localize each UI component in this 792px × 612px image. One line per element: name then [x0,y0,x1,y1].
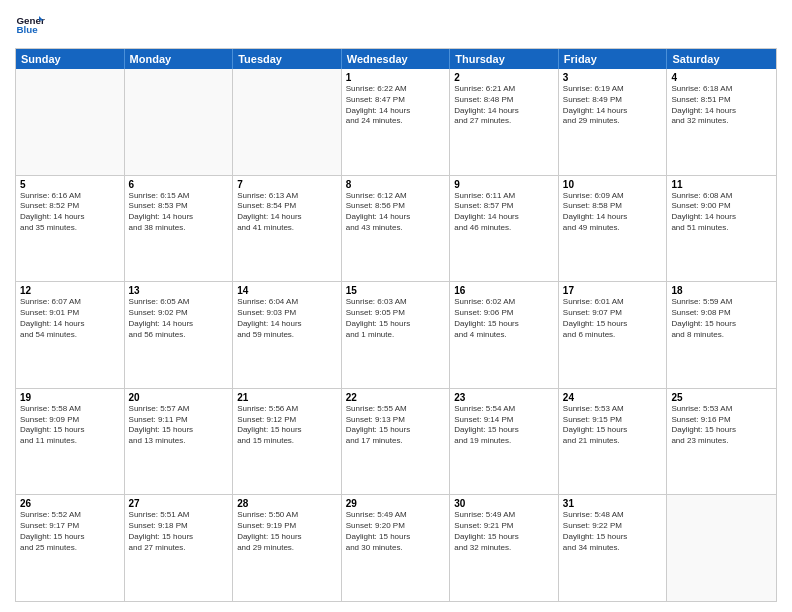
cell-info-line: Sunrise: 5:53 AM [671,404,772,415]
day-cell-12: 12Sunrise: 6:07 AMSunset: 9:01 PMDayligh… [16,282,125,388]
cell-info-line: Sunrise: 6:05 AM [129,297,229,308]
cell-info-line: Sunrise: 6:03 AM [346,297,446,308]
cell-info-line: and 4 minutes. [454,330,554,341]
day-number: 4 [671,72,772,83]
header-day-tuesday: Tuesday [233,49,342,69]
cell-info-line: Daylight: 14 hours [20,212,120,223]
cell-info-line: and 8 minutes. [671,330,772,341]
cell-info-line: Sunset: 8:47 PM [346,95,446,106]
cell-info-line: and 24 minutes. [346,116,446,127]
cell-info-line: Sunrise: 6:16 AM [20,191,120,202]
day-number: 6 [129,179,229,190]
cell-info-line: Daylight: 15 hours [671,319,772,330]
day-number: 18 [671,285,772,296]
day-cell-6: 6Sunrise: 6:15 AMSunset: 8:53 PMDaylight… [125,176,234,282]
day-cell-21: 21Sunrise: 5:56 AMSunset: 9:12 PMDayligh… [233,389,342,495]
day-cell-10: 10Sunrise: 6:09 AMSunset: 8:58 PMDayligh… [559,176,668,282]
cell-info-line: Daylight: 15 hours [129,532,229,543]
cell-info-line: Daylight: 14 hours [346,212,446,223]
day-cell-31: 31Sunrise: 5:48 AMSunset: 9:22 PMDayligh… [559,495,668,601]
cell-info-line: Daylight: 15 hours [20,425,120,436]
day-cell-11: 11Sunrise: 6:08 AMSunset: 9:00 PMDayligh… [667,176,776,282]
cell-info-line: Sunrise: 6:09 AM [563,191,663,202]
cell-info-line: Daylight: 14 hours [129,319,229,330]
cell-info-line: and 59 minutes. [237,330,337,341]
cell-info-line: Sunrise: 5:54 AM [454,404,554,415]
cell-info-line: Sunrise: 5:55 AM [346,404,446,415]
cell-info-line: and 54 minutes. [20,330,120,341]
cell-info-line: and 56 minutes. [129,330,229,341]
cell-info-line: Sunset: 8:51 PM [671,95,772,106]
cell-info-line: Sunset: 8:53 PM [129,201,229,212]
cell-info-line: Daylight: 14 hours [563,212,663,223]
cell-info-line: Sunset: 9:22 PM [563,521,663,532]
day-number: 26 [20,498,120,509]
cell-info-line: Sunrise: 6:21 AM [454,84,554,95]
day-number: 23 [454,392,554,403]
cell-info-line: Sunrise: 6:22 AM [346,84,446,95]
day-number: 7 [237,179,337,190]
cell-info-line: and 13 minutes. [129,436,229,447]
header-day-friday: Friday [559,49,668,69]
cell-info-line: Sunrise: 6:04 AM [237,297,337,308]
day-number: 3 [563,72,663,83]
cell-info-line: Sunset: 9:07 PM [563,308,663,319]
cell-info-line: Daylight: 15 hours [454,319,554,330]
cell-info-line: Sunset: 9:08 PM [671,308,772,319]
day-number: 28 [237,498,337,509]
calendar-week-1: 1Sunrise: 6:22 AMSunset: 8:47 PMDaylight… [16,69,776,175]
cell-info-line: Sunset: 9:05 PM [346,308,446,319]
cell-info-line: Sunrise: 6:08 AM [671,191,772,202]
cell-info-line: Sunrise: 6:19 AM [563,84,663,95]
cell-info-line: Daylight: 14 hours [237,319,337,330]
cell-info-line: Daylight: 14 hours [671,212,772,223]
day-number: 29 [346,498,446,509]
day-cell-19: 19Sunrise: 5:58 AMSunset: 9:09 PMDayligh… [16,389,125,495]
cell-info-line: Daylight: 15 hours [346,532,446,543]
cell-info-line: Sunset: 8:49 PM [563,95,663,106]
cell-info-line: Sunrise: 5:50 AM [237,510,337,521]
calendar-week-4: 19Sunrise: 5:58 AMSunset: 9:09 PMDayligh… [16,388,776,495]
cell-info-line: Daylight: 14 hours [563,106,663,117]
day-number: 25 [671,392,772,403]
cell-info-line: Sunset: 9:13 PM [346,415,446,426]
cell-info-line: Sunrise: 5:59 AM [671,297,772,308]
cell-info-line: Daylight: 14 hours [129,212,229,223]
cell-info-line: and 21 minutes. [563,436,663,447]
day-cell-16: 16Sunrise: 6:02 AMSunset: 9:06 PMDayligh… [450,282,559,388]
logo: General Blue [15,10,45,40]
day-number: 21 [237,392,337,403]
cell-info-line: and 38 minutes. [129,223,229,234]
cell-info-line: Daylight: 14 hours [346,106,446,117]
cell-info-line: Sunset: 9:12 PM [237,415,337,426]
cell-info-line: and 43 minutes. [346,223,446,234]
cell-info-line: Sunset: 8:58 PM [563,201,663,212]
empty-cell [667,495,776,601]
day-number: 14 [237,285,337,296]
day-cell-2: 2Sunrise: 6:21 AMSunset: 8:48 PMDaylight… [450,69,559,175]
calendar-week-2: 5Sunrise: 6:16 AMSunset: 8:52 PMDaylight… [16,175,776,282]
day-cell-3: 3Sunrise: 6:19 AMSunset: 8:49 PMDaylight… [559,69,668,175]
day-cell-24: 24Sunrise: 5:53 AMSunset: 9:15 PMDayligh… [559,389,668,495]
cell-info-line: Daylight: 15 hours [563,532,663,543]
cell-info-line: Sunrise: 5:48 AM [563,510,663,521]
day-cell-30: 30Sunrise: 5:49 AMSunset: 9:21 PMDayligh… [450,495,559,601]
cell-info-line: Sunset: 9:16 PM [671,415,772,426]
day-number: 10 [563,179,663,190]
day-number: 13 [129,285,229,296]
cell-info-line: Sunrise: 5:51 AM [129,510,229,521]
day-cell-25: 25Sunrise: 5:53 AMSunset: 9:16 PMDayligh… [667,389,776,495]
day-cell-26: 26Sunrise: 5:52 AMSunset: 9:17 PMDayligh… [16,495,125,601]
cell-info-line: Sunrise: 5:53 AM [563,404,663,415]
page: General Blue SundayMondayTuesdayWednesda… [0,0,792,612]
cell-info-line: Sunrise: 6:01 AM [563,297,663,308]
day-number: 12 [20,285,120,296]
cell-info-line: Daylight: 14 hours [671,106,772,117]
logo-icon: General Blue [15,10,45,40]
cell-info-line: Sunset: 9:14 PM [454,415,554,426]
cell-info-line: and 30 minutes. [346,543,446,554]
cell-info-line: Sunrise: 5:49 AM [454,510,554,521]
day-cell-18: 18Sunrise: 5:59 AMSunset: 9:08 PMDayligh… [667,282,776,388]
cell-info-line: and 19 minutes. [454,436,554,447]
day-cell-14: 14Sunrise: 6:04 AMSunset: 9:03 PMDayligh… [233,282,342,388]
